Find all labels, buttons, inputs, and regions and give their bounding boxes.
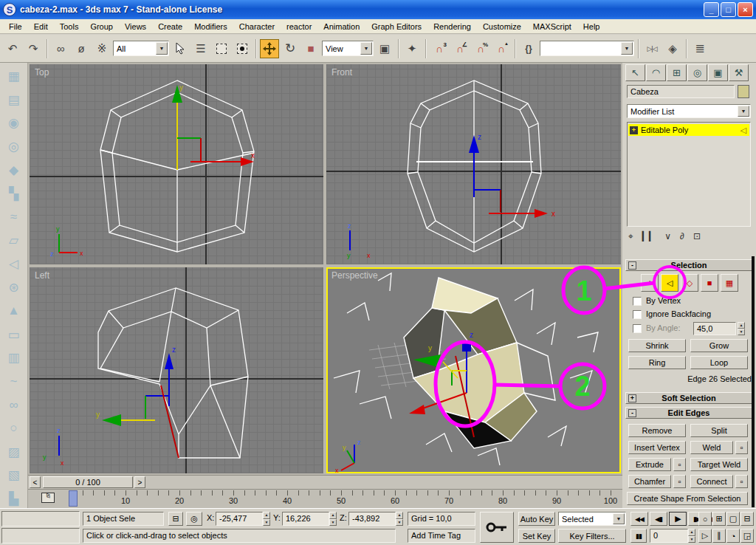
time-slider[interactable]: 0 / 100 [43,476,133,488]
collapse-icon[interactable]: - [628,261,636,270]
select-by-name-button[interactable]: ☰ [191,39,210,58]
angle-snap-toggle-button[interactable]: ∩∠ [450,39,470,58]
subobject-vertex-button[interactable]: ∴ [641,274,659,292]
mini-curve-editor-icon[interactable]: ⧎ [41,493,55,503]
add-time-tag-field[interactable]: Add Time Tag [408,529,475,543]
frame-spinner[interactable]: ▲▼ [688,529,695,543]
tab-display[interactable]: ▣ [708,64,728,81]
weld-settings-button[interactable]: ▫ [735,441,748,454]
create-shape-from-selection-button[interactable]: Create Shape From Selection [627,492,748,505]
menu-tools[interactable]: Tools [54,21,85,32]
close-button[interactable]: × [738,2,753,17]
subobject-polygon-button[interactable]: ■ [701,274,718,292]
named-selection-dropdown[interactable]: ▼ [540,41,634,56]
modifier-stack[interactable]: + Editable Poly ◁ [627,122,751,227]
menu-rendering[interactable]: Rendering [427,21,477,32]
menu-animation[interactable]: Animation [317,21,365,32]
stack-item-editable-poly[interactable]: + Editable Poly ◁ [628,124,749,136]
set-key-button[interactable]: Set Key [518,529,555,543]
cloth-shirt-icon[interactable]: ▤ [3,89,25,111]
light-cone-icon[interactable]: ◁ [3,253,25,275]
spinning-top-icon[interactable]: ◎ [3,136,25,157]
mirror-button[interactable]: ▷|◁ [642,39,662,58]
z-coord-field[interactable]: -43,892 [348,512,396,526]
spring-icon[interactable]: ≈ [3,207,25,228]
menu-character[interactable]: Character [233,21,281,32]
track-bar[interactable]: ⧎ 0102030405060708090100 [28,489,622,508]
ragdoll-icon[interactable]: ○ [3,418,25,439]
reference-coordinate-system-dropdown[interactable]: View ▼ [322,41,374,56]
target-weld-button[interactable]: Target Weld [690,458,748,471]
set-keys-button[interactable] [480,512,514,543]
checker-icon[interactable]: ▚ [3,183,25,205]
rollout-edit-edges-header[interactable]: - Edit Edges [625,407,752,419]
menu-reactor[interactable]: reactor [281,21,317,32]
remove-button[interactable]: Remove [628,424,686,437]
use-pivot-point-center-button[interactable]: ▣ [375,39,394,58]
crates-icon[interactable]: ▧ [3,465,25,487]
water-icon[interactable]: ~ [3,371,25,392]
select-and-move-button[interactable] [260,39,279,58]
y-spinner[interactable]: ▲▼ [329,512,337,526]
configure-modifier-sets-icon[interactable]: ⊡ [693,231,701,241]
pan-icon[interactable]: ∥ [712,529,726,543]
dropdown-arrow-icon[interactable]: ▼ [738,106,749,117]
rectangular-selection-region-button[interactable] [212,39,231,58]
tab-modify[interactable]: ◠ [646,64,666,81]
snap-toggle-button[interactable]: ∩3 [430,39,449,58]
minimize-button[interactable]: _ [704,2,719,17]
viewport-left[interactable]: Left z [30,267,323,473]
tab-motion[interactable]: ◎ [687,64,707,81]
by-angle-value[interactable]: 45,0 [693,322,736,335]
min-max-toggle-icon[interactable]: ◲ [740,529,754,543]
tab-create[interactable]: ↖ [625,64,645,81]
named-selection-sets-button[interactable]: {} [519,39,538,58]
spinner-snap-toggle-button[interactable]: ∩▲ [492,39,511,58]
panel-scrollbar[interactable] [752,256,755,507]
arc-rotate-icon[interactable]: ◔ [726,529,740,543]
remove-modifier-icon[interactable]: ∂ [680,231,684,241]
menu-customize[interactable]: Customize [477,21,527,32]
gear-icon[interactable]: ⊛ [3,277,25,298]
brush-icon[interactable]: ▱ [3,230,25,252]
torus-rings-icon[interactable]: ∞ [3,394,25,416]
geometry-boxes-icon[interactable]: ▦ [3,66,25,87]
vehicle-icon[interactable]: ▭ [3,324,25,346]
dropdown-arrow-icon[interactable]: ▼ [360,42,372,55]
chamfer-settings-button[interactable]: ▫ [673,475,686,488]
x-spinner[interactable]: ▲▼ [263,512,270,526]
weather-vane-icon[interactable]: ▲ [3,301,25,322]
menu-views[interactable]: Views [119,21,152,32]
unlink-selection-button[interactable]: ø [72,39,91,58]
menu-group[interactable]: Group [84,21,119,32]
menu-maxscript[interactable]: MAXScript [527,21,577,32]
key-mode-toggle-button[interactable]: ▮▮ [630,529,647,543]
connect-button[interactable]: Connect [690,475,733,488]
select-and-manipulate-button[interactable]: ✦ [402,39,422,58]
by-vertex-checkbox[interactable] [633,297,642,306]
restore-button[interactable]: □ [721,2,736,17]
percent-snap-toggle-button[interactable]: ∩% [471,39,490,58]
zoom-icon[interactable]: ○ [698,512,712,526]
book-icon[interactable]: ▥ [3,348,25,369]
undo-button[interactable]: ↶ [3,39,22,58]
select-and-rotate-button[interactable]: ↻ [281,39,300,58]
viewport-front[interactable]: Front z [326,64,621,264]
menu-create[interactable]: Create [152,21,188,32]
go-to-start-button[interactable]: ◀◀ [630,512,648,526]
tab-hierarchy[interactable]: ⊞ [667,64,687,81]
previous-frame-arrow[interactable]: < [30,476,41,488]
insert-vertex-button[interactable]: Insert Vertex [628,441,686,454]
chamfer-button[interactable]: Chamfer [628,475,671,488]
rollout-selection-header[interactable]: - Selection [625,259,752,271]
z-spinner[interactable]: ▲▼ [396,512,403,526]
subobject-edge-button[interactable]: ◁ [661,274,678,292]
select-object-button[interactable] [171,39,190,58]
field-of-view-icon[interactable]: ▷ [698,529,712,543]
previous-frame-button[interactable]: ◀▮ [650,512,667,526]
expand-icon[interactable]: + [630,126,638,134]
seat-icon[interactable]: ▙ [3,488,25,510]
current-frame-field[interactable]: 0 [650,529,688,543]
selection-set-dropdown[interactable]: Selected ▼ [558,512,626,526]
select-and-link-button[interactable]: ∞ [51,39,70,58]
